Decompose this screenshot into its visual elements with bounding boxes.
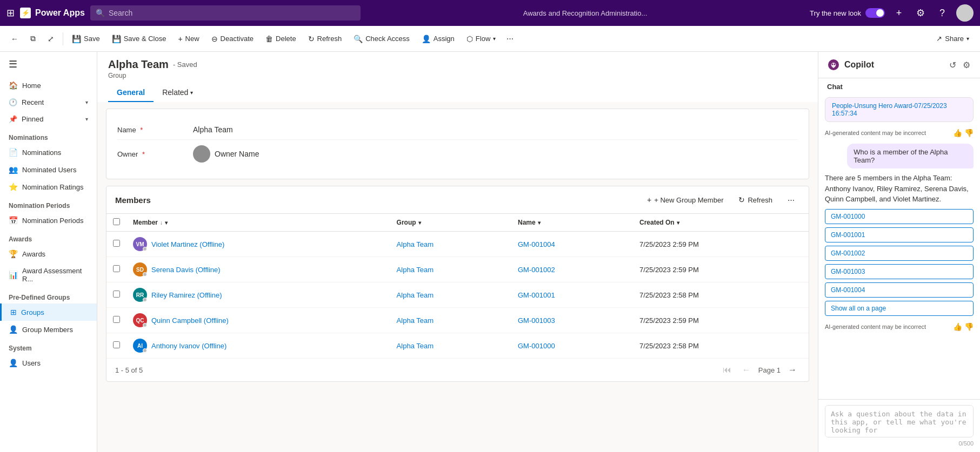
row-checkbox-cell	[106, 333, 126, 359]
group-link[interactable]: Alpha Team	[397, 342, 434, 350]
group-cell: Alpha Team	[390, 232, 511, 257]
name-link[interactable]: GM-001004	[518, 240, 555, 248]
new-button[interactable]: + New	[172, 31, 204, 46]
sidebar-hamburger[interactable]: ☰	[0, 52, 97, 77]
copilot-suggestion-button[interactable]: GM-001003	[825, 264, 974, 279]
refresh-button[interactable]: ↻ Refresh	[303, 31, 348, 46]
save-close-button[interactable]: 💾 Save & Close	[106, 31, 172, 46]
member-link[interactable]: Quinn Campbell (Offline)	[151, 316, 229, 325]
sidebar-item-awards[interactable]: 🏆 Awards	[0, 245, 97, 262]
check-access-icon: 🔍	[354, 35, 363, 43]
col-created-on-header[interactable]: Created On ▾	[633, 214, 809, 232]
search-input[interactable]	[90, 5, 361, 21]
search-icon: 🔍	[96, 9, 105, 17]
sidebar-item-nomination-ratings[interactable]: ⭐ Nomination Ratings	[0, 178, 97, 195]
thumbs-down-button-2[interactable]: 👎	[964, 322, 974, 331]
owner-required-indicator: *	[142, 150, 145, 158]
assign-button[interactable]: 👤 Assign	[416, 31, 460, 46]
member-link[interactable]: Violet Martinez (Offline)	[151, 240, 224, 248]
thumbs-down-button-1[interactable]: 👎	[964, 129, 974, 137]
row-checkbox[interactable]	[113, 265, 120, 272]
name-link[interactable]: GM-001001	[518, 291, 555, 299]
thumbs-up-button-2[interactable]: 👍	[953, 322, 962, 331]
row-checkbox[interactable]	[113, 240, 120, 247]
check-access-button[interactable]: 🔍 Check Access	[348, 31, 415, 46]
plus-icon[interactable]: +	[891, 8, 906, 19]
chat-entry-title: People-Unsung Hero Award-07/25/2023 16:5…	[832, 102, 966, 117]
member-link[interactable]: Riley Ramirez (Offline)	[151, 291, 222, 299]
flow-button[interactable]: ⬡ Flow ▾	[461, 31, 501, 46]
name-link[interactable]: GM-001002	[518, 266, 555, 274]
col-group-header[interactable]: Group ▾	[390, 214, 511, 232]
group-filter-icon: ▾	[418, 220, 421, 226]
member-link[interactable]: Serena Davis (Offline)	[151, 266, 221, 274]
help-icon[interactable]: ?	[935, 8, 950, 19]
row-checkbox[interactable]	[113, 291, 120, 298]
copilot-input[interactable]	[825, 405, 974, 437]
more-button[interactable]: ⋯	[502, 31, 518, 46]
select-all-checkbox[interactable]	[113, 218, 120, 225]
copilot-settings-button[interactable]: ⚙	[962, 59, 971, 71]
new-group-member-button[interactable]: + + New Group Member	[642, 193, 729, 207]
copilot-suggestion-button[interactable]: GM-001000	[825, 209, 974, 224]
members-refresh-button[interactable]: ↻ Refresh	[733, 193, 778, 207]
copilot-refresh-button[interactable]: ↺	[948, 59, 957, 71]
group-link[interactable]: Alpha Team	[397, 291, 434, 299]
col-member-header[interactable]: Member ↓ ▾	[126, 214, 390, 232]
sidebar-item-nominated-users[interactable]: 👥 Nominated Users	[0, 161, 97, 178]
copilot-suggestion-button[interactable]: GM-001002	[825, 246, 974, 261]
content-area: Alpha Team - Saved Group General Related…	[97, 52, 818, 452]
group-link[interactable]: Alpha Team	[397, 240, 434, 248]
members-more-button[interactable]: ⋯	[782, 193, 800, 207]
share-chevron-icon: ▾	[966, 36, 969, 42]
pages-button[interactable]: ⧉	[25, 31, 41, 46]
table-row: VM Violet Martinez (Offline) Alpha Team …	[106, 232, 809, 257]
sidebar-item-nomination-periods[interactable]: 📅 Nomination Periods	[0, 212, 97, 229]
group-cell: Alpha Team	[390, 308, 511, 333]
expand-button[interactable]: ⤢	[42, 31, 59, 46]
sidebar-item-recent[interactable]: 🕐 Recent ▾	[0, 94, 97, 111]
first-page-button[interactable]: ⏮	[719, 364, 735, 376]
name-link[interactable]: GM-001000	[518, 342, 555, 350]
copilot-chat-body: People-Unsung Hero Award-07/25/2023 16:5…	[818, 93, 980, 399]
prev-page-button[interactable]: ←	[739, 364, 754, 376]
chat-entry-box[interactable]: People-Unsung Hero Award-07/25/2023 16:5…	[825, 97, 974, 122]
group-link[interactable]: Alpha Team	[397, 316, 434, 325]
tab-related[interactable]: Related ▾	[154, 84, 202, 102]
deactivate-button[interactable]: ⊖ Deactivate	[206, 31, 259, 46]
share-button[interactable]: ↗ Share ▾	[931, 31, 975, 46]
copilot-suggestion-button[interactable]: GM-001004	[825, 282, 974, 298]
periods-icon: 📅	[9, 216, 18, 225]
col-name-header[interactable]: Name ▾	[511, 214, 633, 232]
row-checkbox[interactable]	[113, 316, 120, 323]
sidebar-item-pinned[interactable]: 📌 Pinned ▾	[0, 111, 97, 127]
show-all-button[interactable]: Show all on a page	[825, 301, 974, 316]
delete-button[interactable]: 🗑 Delete	[260, 31, 302, 46]
next-page-button[interactable]: →	[785, 364, 800, 376]
member-filter-icon: ▾	[165, 220, 168, 226]
sidebar-item-groups[interactable]: ⊞ Groups	[0, 303, 97, 321]
back-button[interactable]: ←	[5, 31, 24, 46]
tab-general[interactable]: General	[108, 84, 154, 102]
sidebar-item-award-assessment[interactable]: 📊 Award Assessment R...	[0, 262, 97, 287]
member-link[interactable]: Anthony Ivanov (Offline)	[151, 342, 226, 350]
thumbs-up-button-1[interactable]: 👍	[953, 129, 962, 137]
name-link[interactable]: GM-001003	[518, 316, 555, 325]
save-button[interactable]: 💾 Save	[66, 31, 105, 46]
sidebar-item-home[interactable]: 🏠 Home	[0, 77, 97, 94]
owner-value[interactable]: Owner Name	[193, 145, 259, 163]
svg-point-2	[834, 64, 836, 65]
member-cell: QC Quinn Campbell (Offline)	[126, 308, 390, 333]
row-checkbox[interactable]	[113, 341, 120, 348]
copilot-suggestion-button[interactable]: GM-001001	[825, 227, 974, 242]
user-avatar[interactable]	[956, 4, 974, 22]
group-link[interactable]: Alpha Team	[397, 266, 434, 274]
sidebar-item-nominations[interactable]: 📄 Nominations	[0, 144, 97, 161]
try-new-toggle[interactable]	[865, 8, 885, 18]
sidebar-item-users[interactable]: 👤 Users	[0, 354, 97, 372]
grid-icon[interactable]: ⊞	[6, 7, 15, 19]
pagination-info: 1 - 5 of 5	[115, 366, 143, 374]
sidebar-item-group-members[interactable]: 👤 Group Members	[0, 321, 97, 338]
name-value[interactable]: Alpha Team	[193, 125, 233, 134]
settings-icon[interactable]: ⚙	[913, 7, 928, 19]
